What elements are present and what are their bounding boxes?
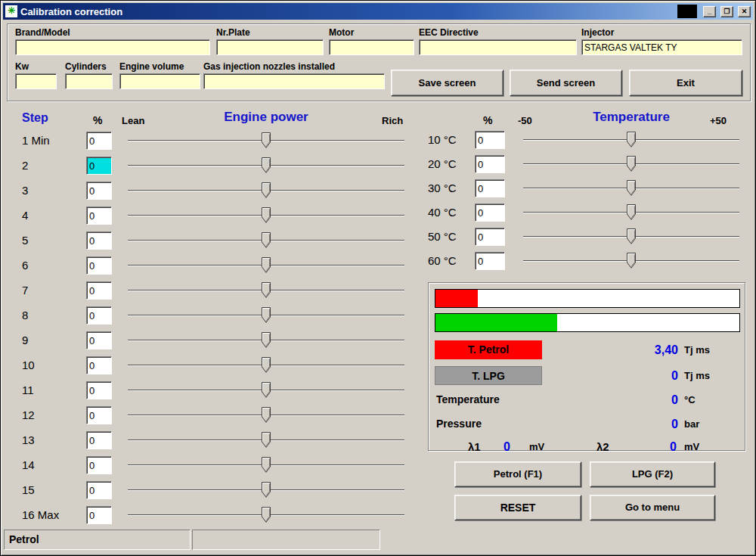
- temperature-percent-input[interactable]: [475, 155, 505, 173]
- engine-percent-input[interactable]: [86, 356, 112, 374]
- lpg-bar-fill: [435, 314, 557, 331]
- slider-thumb-icon: [262, 332, 271, 348]
- temperature-step-label: 20 °C: [428, 157, 457, 170]
- temperature-step-label: 50 °C: [428, 230, 457, 243]
- slider-thumb-icon: [627, 156, 636, 172]
- temperature-step-label: 40 °C: [428, 206, 457, 219]
- brand-model-input[interactable]: [15, 39, 210, 55]
- t-lpg-unit: Tj ms: [684, 366, 710, 385]
- temperature-percent-input[interactable]: [475, 131, 505, 149]
- temperature-row: 50 °C: [1, 228, 756, 247]
- kw-input[interactable]: [15, 73, 57, 89]
- temperature-slider[interactable]: [521, 131, 742, 149]
- temperature-slider[interactable]: [521, 228, 742, 246]
- engine-percent-header: %: [93, 114, 102, 126]
- field-brand-model: Brand/Model: [15, 27, 210, 55]
- engine-power-slider[interactable]: [125, 331, 407, 349]
- temperature-slider[interactable]: [521, 155, 742, 173]
- step-label: 16 Max: [22, 508, 59, 521]
- reset-button[interactable]: RESET: [454, 495, 581, 520]
- petrol-f1-button[interactable]: Petrol (F1): [454, 461, 581, 487]
- lpg-injection-bar: [435, 313, 740, 332]
- engine-power-slider[interactable]: [125, 306, 407, 325]
- nr-plate-label: Nr.Plate: [216, 27, 324, 39]
- engine-percent-input[interactable]: [86, 406, 112, 424]
- engine-percent-input[interactable]: [86, 481, 112, 499]
- titlebar: ✳ Calibration correction _ ❐ ✕: [3, 3, 753, 20]
- eec-directive-input[interactable]: [419, 39, 577, 55]
- temperature-row: 20 °C: [1, 155, 756, 175]
- step-label: 11: [22, 384, 34, 396]
- engine-percent-input[interactable]: [86, 456, 112, 474]
- engine-percent-input[interactable]: [86, 381, 112, 399]
- engine-power-slider[interactable]: [125, 456, 407, 474]
- step-label: 14: [22, 458, 35, 471]
- temperature-percent-input[interactable]: [475, 203, 505, 222]
- kw-label: Kw: [15, 61, 57, 73]
- send-screen-button[interactable]: Send screen: [510, 70, 622, 96]
- engine-volume-input[interactable]: [119, 73, 200, 89]
- slider-thumb-icon: [262, 407, 271, 423]
- motor-input[interactable]: [329, 39, 414, 55]
- engine-power-slider[interactable]: [125, 481, 407, 499]
- status-mode-panel: Petrol: [4, 530, 191, 550]
- step-column-header: Step: [22, 111, 48, 125]
- temperature-slider[interactable]: [521, 179, 742, 197]
- t-lpg-badge: T. LPG: [435, 366, 542, 385]
- monitor-temperature-label: Temperature: [436, 390, 500, 409]
- temperature-percent-input[interactable]: [475, 252, 505, 270]
- slider-thumb-icon: [262, 307, 271, 323]
- lambda2-label: λ2: [596, 437, 609, 456]
- slider-thumb-icon: [262, 382, 271, 398]
- step-label: 7: [22, 284, 28, 297]
- field-injector: Injector: [581, 27, 742, 55]
- slider-thumb-icon: [627, 180, 636, 196]
- maximize-button[interactable]: ❐: [720, 6, 733, 17]
- temperature-percent-input[interactable]: [475, 228, 505, 246]
- minimize-button[interactable]: _: [703, 6, 716, 17]
- exit-button[interactable]: Exit: [629, 70, 742, 96]
- brand-model-label: Brand/Model: [15, 27, 210, 39]
- temperature-step-label: 10 °C: [428, 133, 457, 146]
- lambda2-unit: mV: [684, 437, 699, 456]
- slider-thumb-icon: [627, 228, 636, 244]
- step-label: 12: [22, 408, 35, 421]
- field-eec-directive: EEC Directive: [419, 27, 577, 55]
- engine-percent-input[interactable]: [86, 306, 112, 325]
- motor-label: Motor: [329, 27, 414, 39]
- lambda1-value: 0: [482, 437, 510, 456]
- engine-percent-input[interactable]: [86, 506, 112, 524]
- field-engine-volume: Engine volume: [119, 61, 200, 89]
- engine-power-slider[interactable]: [125, 381, 407, 399]
- monitor-pressure-unit: bar: [684, 415, 699, 433]
- temperature-step-label: 60 °C: [428, 254, 457, 267]
- engine-percent-input[interactable]: [86, 331, 112, 349]
- engine-power-slider[interactable]: [125, 356, 407, 374]
- engine-power-slider[interactable]: [125, 506, 407, 524]
- temperature-row: 10 °C: [1, 131, 756, 151]
- field-cylinders: Cylinders: [65, 61, 113, 89]
- lpg-f2-button[interactable]: LPG (F2): [590, 461, 715, 487]
- engine-percent-input[interactable]: [86, 281, 112, 300]
- lambda1-unit: mV: [529, 437, 544, 456]
- engine-percent-input[interactable]: [86, 431, 112, 449]
- temperature-row: 30 °C: [1, 179, 756, 199]
- gas-nozzles-label: Gas injection nozzles installed: [203, 61, 385, 73]
- temperature-slider[interactable]: [521, 203, 742, 222]
- engine-power-slider[interactable]: [125, 281, 407, 300]
- injector-label: Injector: [581, 27, 742, 39]
- temperature-percent-input[interactable]: [475, 179, 505, 197]
- engine-power-slider[interactable]: [125, 406, 407, 424]
- field-gas-nozzles: Gas injection nozzles installed: [203, 61, 385, 89]
- engine-power-slider[interactable]: [125, 431, 407, 449]
- nr-plate-input[interactable]: [216, 39, 324, 55]
- gas-nozzles-input[interactable]: [203, 73, 385, 89]
- close-button[interactable]: ✕: [738, 6, 751, 17]
- temperature-title: Temperature: [521, 110, 742, 125]
- save-screen-button[interactable]: Save screen: [391, 70, 503, 96]
- injector-input[interactable]: [581, 39, 742, 55]
- temperature-slider[interactable]: [521, 252, 742, 270]
- go-to-menu-button[interactable]: Go to menu: [590, 495, 715, 520]
- monitor-temperature-value: 0: [603, 390, 678, 409]
- cylinders-input[interactable]: [65, 73, 113, 89]
